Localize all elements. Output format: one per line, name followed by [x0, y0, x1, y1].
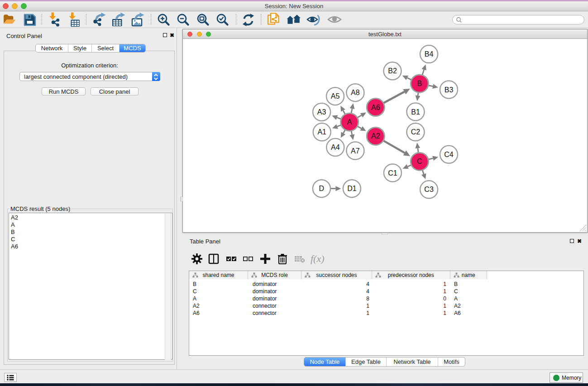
svg-text:C4: C4	[444, 151, 454, 158]
svg-text:D1: D1	[347, 185, 357, 192]
svg-text:A3: A3	[317, 108, 326, 116]
svg-text:A1: A1	[317, 128, 326, 136]
svg-text:C1: C1	[388, 169, 397, 177]
svg-text:B: B	[417, 80, 422, 87]
svg-text:A6: A6	[371, 104, 380, 111]
svg-text:C: C	[417, 157, 422, 165]
svg-text:A7: A7	[351, 147, 360, 155]
svg-text:C3: C3	[424, 186, 434, 193]
svg-text:A8: A8	[351, 89, 360, 96]
svg-text:C2: C2	[411, 128, 421, 136]
svg-text:B3: B3	[445, 86, 454, 94]
svg-text:D: D	[319, 185, 325, 192]
svg-text:B4: B4	[425, 50, 434, 58]
svg-text:B2: B2	[388, 67, 397, 75]
svg-text:A4: A4	[331, 143, 340, 151]
svg-text:A5: A5	[331, 92, 340, 100]
svg-text:B1: B1	[411, 108, 420, 116]
svg-text:A: A	[347, 118, 352, 126]
svg-text:A2: A2	[371, 132, 380, 140]
